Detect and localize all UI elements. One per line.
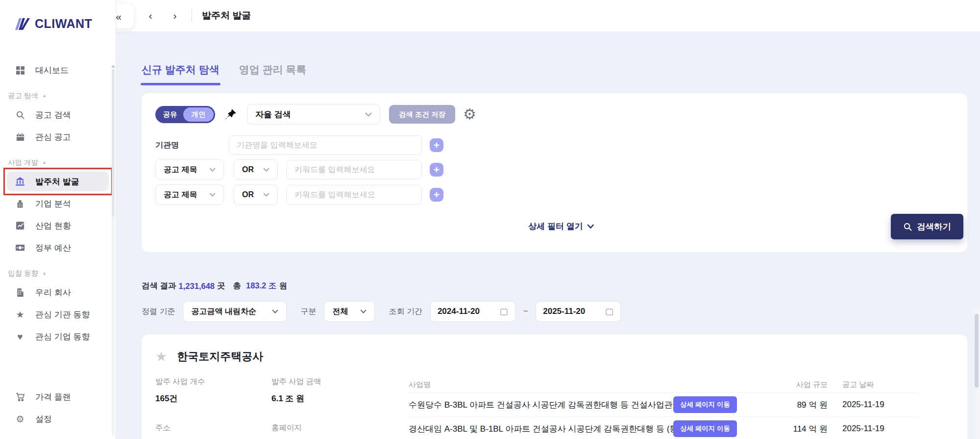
sidebar-scrollbar[interactable] bbox=[111, 65, 115, 437]
bank-icon bbox=[15, 177, 25, 186]
sidebar-nav: 대시보드 공고 탐색 ▲ 공고 검색 관심 공고 사업 개발 ▲ bbox=[0, 60, 116, 349]
sidebar-section-bid-trends[interactable]: 입찰 동향 ▲ bbox=[0, 267, 116, 280]
info-cell: 주소 경상남도 진주시 충의로 19-0 (충무공동) bbox=[155, 423, 271, 439]
search-submit-button[interactable]: 검색하기 bbox=[891, 214, 963, 239]
money-icon bbox=[15, 244, 25, 252]
sidebar-item-favorite-announce[interactable]: 관심 공고 bbox=[7, 127, 109, 147]
date-from-picker[interactable]: 2024-11-20 bbox=[430, 301, 515, 322]
page-content: 신규 발주처 탐색 영업 관리 목록 공유 개인 자율 검색 bbox=[116, 31, 980, 439]
chevron-down-icon bbox=[209, 168, 216, 172]
cliwant-logo-icon bbox=[14, 17, 31, 31]
sidebar-item-client-discovery[interactable]: 발주처 발굴 bbox=[7, 172, 109, 191]
tab-new-client-explore[interactable]: 신규 발주처 탐색 bbox=[142, 63, 220, 79]
go-detail-page-button[interactable]: 상세 페이지 이동 bbox=[673, 420, 737, 437]
sort-order-select[interactable]: 공고금액 내림차순 bbox=[183, 301, 287, 322]
project-table-header: 사업명 사업 규모 공고 날짜 bbox=[409, 377, 918, 392]
double-chevron-left-icon: « bbox=[116, 11, 122, 22]
company-info-grid: 발주 사업 개수 165건 발주 사업 금액 6.1 조 원 주소 경상남도 진… bbox=[155, 377, 409, 439]
keyword-operator-select-1[interactable]: OR bbox=[234, 159, 278, 180]
search-card-bottom: 상세 필터 열기 검색하기 bbox=[155, 207, 967, 245]
sidebar-item-label: 정부 예산 bbox=[35, 242, 71, 254]
keyword-row-2: 공고 제목 OR + bbox=[155, 184, 967, 205]
keyword-input-2[interactable] bbox=[286, 185, 422, 205]
field-value: 공고 제목 bbox=[164, 165, 197, 175]
sidebar-item-company-analysis[interactable]: 기업 분석 bbox=[7, 194, 109, 213]
cliwant-logo: CLIWANT bbox=[0, 0, 116, 31]
sidebar-item-pricing-plan[interactable]: 가격 플랜 bbox=[7, 387, 109, 407]
project-name: 수원당수 B-3BL 아파트 건설공사 시공단계 감독권한대행 등 건설사업관리… bbox=[409, 399, 673, 411]
announce-date: 2025-11-19 bbox=[828, 400, 918, 410]
sidebar-item-gov-budget[interactable]: 정부 예산 bbox=[7, 238, 109, 258]
calendar-icon bbox=[605, 308, 613, 316]
sidebar-item-label: 설정 bbox=[35, 413, 52, 425]
main-area: « ‹ › 발주처 발굴 신규 발주처 탐색 영업 관리 목록 공유 개인 bbox=[116, 0, 980, 439]
page-title: 발주처 발굴 bbox=[202, 9, 251, 22]
add-keyword-condition-button-1[interactable]: + bbox=[430, 163, 443, 177]
page-scrollbar-thumb[interactable] bbox=[975, 314, 979, 387]
favorite-star-icon[interactable]: ★ bbox=[155, 350, 167, 363]
heart-icon: ♥ bbox=[15, 332, 25, 341]
sidebar-item-label: 관심 기관 동향 bbox=[35, 309, 90, 320]
sidebar-item-announce-search[interactable]: 공고 검색 bbox=[7, 105, 109, 125]
type-value: 전체 bbox=[332, 307, 348, 317]
toggle-personal-label[interactable]: 개인 bbox=[183, 107, 214, 122]
sidebar-scroll-track[interactable] bbox=[112, 69, 115, 436]
sidebar-section-announce-explore[interactable]: 공고 탐색 ▲ bbox=[0, 89, 116, 102]
section-label: 사업 개발 bbox=[8, 158, 38, 167]
add-keyword-condition-button-2[interactable]: + bbox=[430, 188, 443, 202]
shared-personal-toggle[interactable]: 공유 개인 bbox=[155, 106, 215, 123]
sidebar-item-dashboard[interactable]: 대시보드 bbox=[7, 60, 109, 80]
history-forward-button[interactable]: › bbox=[165, 6, 185, 26]
sidebar-item-label: 산업 현황 bbox=[35, 220, 71, 232]
collapse-up-icon: ▲ bbox=[42, 271, 47, 276]
keyword-field-select-2[interactable]: 공고 제목 bbox=[155, 184, 224, 205]
go-detail-page-button[interactable]: 상세 페이지 이동 bbox=[673, 396, 737, 413]
sidebar-item-label: 공고 검색 bbox=[35, 109, 71, 121]
sidebar-scroll-thumb[interactable] bbox=[112, 69, 115, 216]
keyword-operator-select-2[interactable]: OR bbox=[234, 184, 278, 205]
scroll-up-arrow-icon[interactable] bbox=[111, 65, 115, 68]
info-label: 발주 사업 개수 bbox=[155, 377, 271, 387]
sidebar-item-label: 가격 플랜 bbox=[35, 391, 71, 403]
tab-sales-management-list[interactable]: 영업 관리 목록 bbox=[239, 63, 307, 79]
star-icon: ★ bbox=[15, 310, 25, 319]
keyword-field-select-1[interactable]: 공고 제목 bbox=[155, 159, 224, 180]
office-building-icon bbox=[15, 288, 25, 297]
detail-filter-toggle[interactable]: 상세 필터 열기 bbox=[528, 221, 594, 232]
header-divider bbox=[192, 9, 192, 22]
sidebar-item-industry-status[interactable]: 산업 현황 bbox=[7, 216, 109, 235]
saved-search-select[interactable]: 자율 검색 bbox=[247, 104, 380, 125]
chevron-down-icon bbox=[263, 193, 270, 197]
search-settings-gear-icon[interactable]: ⚙ bbox=[463, 107, 476, 122]
result-count: 1,231,648 bbox=[179, 282, 215, 291]
org-name-input[interactable] bbox=[228, 135, 422, 155]
info-value: 6.1 조 원 bbox=[271, 393, 409, 404]
save-search-condition-button[interactable]: 검색 조건 저장 bbox=[389, 105, 455, 124]
sidebar-item-settings[interactable]: ⚙ 설정 bbox=[7, 409, 109, 429]
app-root: CLIWANT 대시보드 공고 탐색 ▲ 공고 검색 bbox=[0, 0, 980, 439]
date-to-value: 2025-11-20 bbox=[543, 307, 585, 316]
pin-icon[interactable] bbox=[224, 108, 237, 121]
sidebar-item-label: 대시보드 bbox=[35, 65, 69, 76]
keyword-row-1: 공고 제목 OR + bbox=[155, 159, 967, 180]
chevron-down-icon bbox=[209, 193, 216, 197]
collapse-up-icon: ▲ bbox=[42, 160, 47, 165]
sidebar-item-favorite-company-trend[interactable]: ♥ 관심 기업 동향 bbox=[7, 327, 109, 346]
search-icon bbox=[903, 222, 912, 232]
sidebar-section-business-dev[interactable]: 사업 개발 ▲ bbox=[0, 156, 116, 169]
keyword-input-1[interactable] bbox=[286, 160, 422, 180]
sort-criteria-label: 정렬 기준 bbox=[142, 307, 175, 317]
type-select[interactable]: 전체 bbox=[324, 301, 375, 322]
sidebar: CLIWANT 대시보드 공고 탐색 ▲ 공고 검색 bbox=[0, 0, 116, 439]
date-to-picker[interactable]: 2025-11-20 bbox=[536, 301, 621, 322]
history-back-button[interactable]: ‹ bbox=[141, 6, 160, 26]
table-row: 수원당수 B-3BL 아파트 건설공사 시공단계 감독권한대행 등 건설사업관리… bbox=[409, 392, 918, 416]
info-label: 홈페이지 bbox=[271, 423, 409, 433]
add-org-condition-button[interactable]: + bbox=[430, 138, 443, 152]
sidebar-item-our-company[interactable]: 우리 회사 bbox=[7, 283, 109, 302]
sidebar-item-favorite-org-trend[interactable]: ★ 관심 기관 동향 bbox=[7, 305, 109, 324]
company-name: 한국토지주택공사 bbox=[177, 349, 263, 364]
chevron-down-icon bbox=[365, 112, 372, 117]
period-label: 조회 기간 bbox=[389, 307, 422, 317]
toggle-shared-label[interactable]: 공유 bbox=[157, 110, 183, 119]
